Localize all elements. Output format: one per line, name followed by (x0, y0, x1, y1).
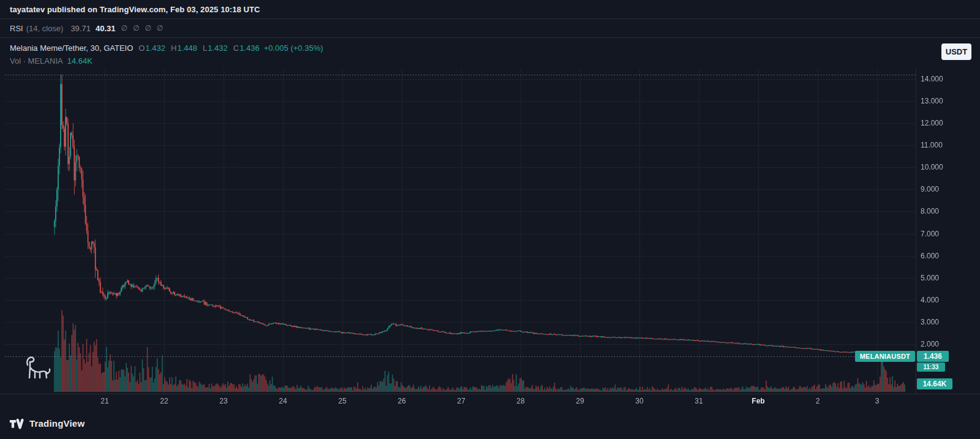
open-value: 1.432 (145, 43, 165, 53)
high-label: H (171, 43, 176, 53)
time-axis-label: Feb (752, 397, 764, 405)
volume-label: Vol · MELANIA (10, 56, 63, 66)
footer-bar: TradingView (0, 408, 980, 439)
time-axis-label: 2 (816, 397, 820, 405)
rsi-title[interactable]: RSI (10, 24, 23, 33)
price-tick-label: 2.000 (921, 339, 939, 349)
volume-value: 14.64K (67, 56, 92, 66)
time-axis[interactable]: 2122232425262728293031Feb23 (0, 394, 980, 408)
change-value: +0.005 (+0.35%) (264, 43, 323, 53)
rsi-empty-value: ∅ (157, 24, 163, 32)
publish-bar: tayatatev published on TradingView.com, … (0, 0, 980, 19)
time-axis-label: 30 (635, 397, 643, 405)
low-label: L (203, 43, 207, 53)
price-tick-label: 3.000 (921, 317, 939, 327)
tradingview-logo-icon[interactable] (9, 416, 24, 431)
price-tick-label: 7.000 (921, 229, 939, 239)
time-axis-label: 27 (457, 397, 465, 405)
rsi-empty-value: ∅ (145, 24, 151, 32)
time-axis-label: 25 (338, 397, 346, 405)
rsi-empty-value: ∅ (133, 24, 139, 32)
price-tick-label: 4.000 (921, 295, 939, 305)
dino-watermark-icon (22, 354, 51, 381)
close-label: C (233, 43, 239, 53)
time-axis-label: 29 (576, 397, 584, 405)
time-axis-label: 24 (279, 397, 287, 405)
volume-value-label: 14.64K (917, 378, 952, 389)
candlestick-chart-canvas[interactable] (0, 69, 980, 394)
publish-text: tayatatev published on TradingView.com, … (10, 5, 260, 14)
rsi-ma-value: 40.31 (96, 24, 116, 33)
symbol-legend[interactable]: Melania Meme/Tether, 30, GATEIO O1.432 H… (10, 42, 970, 54)
price-tick-label: 9.000 (921, 184, 939, 194)
symbol-price-label[interactable]: MELANIAUSDT (855, 351, 915, 362)
time-axis-label: 22 (160, 397, 168, 405)
open-label: O (138, 43, 145, 53)
chart-area[interactable]: 14.00013.00012.00011.00010.0009.0008.000… (0, 69, 980, 394)
price-tick-label: 14.000 (921, 74, 943, 84)
tradingview-published-chart: tayatatev published on TradingView.com, … (0, 0, 980, 439)
symbol-legend-block: Melania Meme/Tether, 30, GATEIO O1.432 H… (0, 38, 980, 69)
price-tick-label: 8.000 (921, 206, 939, 216)
price-scale-border (916, 69, 916, 394)
close-value: 1.436 (239, 43, 260, 53)
price-tick-label: 10.000 (921, 162, 943, 172)
rsi-value: 39.71 (70, 24, 91, 33)
price-tick-label: 5.000 (921, 273, 939, 283)
bar-countdown-label: 11:33 (917, 362, 945, 372)
price-tick-label: 12.000 (921, 118, 943, 128)
time-axis-label: 31 (695, 397, 703, 405)
rsi-legend[interactable]: RSI (14, close) 39.71 40.31 ∅ ∅ ∅ ∅ (0, 19, 980, 38)
price-tick-label: 13.000 (921, 96, 943, 106)
symbol-title[interactable]: Melania Meme/Tether, 30, GATEIO (10, 43, 133, 53)
price-tick-label: 11.000 (921, 140, 943, 150)
low-value: 1.432 (208, 43, 228, 53)
price-tick-label: 6.000 (921, 251, 939, 261)
time-axis-label: 26 (398, 397, 405, 405)
time-axis-label: 23 (219, 397, 227, 405)
high-value: 1.448 (177, 43, 197, 53)
time-axis-label: 21 (100, 397, 108, 405)
quote-currency-button[interactable]: USDT (941, 43, 971, 60)
brand-name[interactable]: TradingView (29, 418, 85, 429)
time-axis-label: 3 (875, 397, 880, 405)
rsi-params: (14, close) (26, 24, 64, 33)
volume-legend[interactable]: Vol · MELANIA 14.64K (10, 54, 970, 67)
time-axis-label: 28 (516, 397, 524, 405)
rsi-empty-value: ∅ (121, 24, 127, 32)
last-price-label[interactable]: 1.436 (917, 351, 949, 362)
